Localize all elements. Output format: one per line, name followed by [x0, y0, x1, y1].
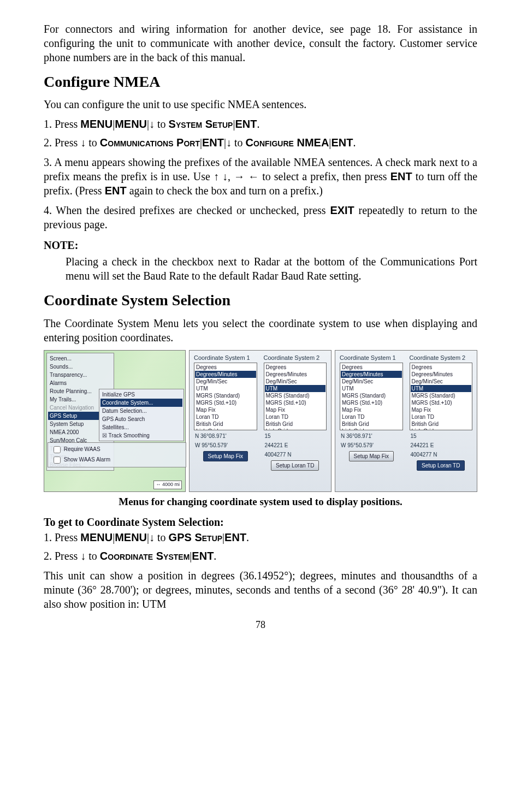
coord-sys-2-listbox[interactable]: Degrees Degrees/Minutes Deg/Min/Sec UTM … [410, 363, 473, 430]
show-waas-checkbox[interactable]: Show WAAS Alarm [51, 457, 110, 463]
list-item[interactable]: Degrees [265, 364, 326, 371]
list-item-selected[interactable]: UTM [411, 385, 472, 392]
list-item[interactable]: Loran TD [341, 413, 402, 420]
coord-n: N 36°08.971' [338, 431, 405, 441]
list-item[interactable]: British Grid [341, 420, 402, 428]
list-item[interactable]: British Grid [265, 420, 326, 428]
step2-ent: ENT [202, 137, 224, 149]
list-item[interactable]: MGRS (Standard) [411, 392, 472, 399]
note-body: Placing a check in the checkbox next to … [66, 254, 477, 283]
list-item[interactable]: Map Fix [411, 406, 472, 413]
list-item[interactable]: MGRS (Std.+10) [341, 399, 402, 406]
screenshot-coord-2: Coordinate System 1 Degrees Degrees/Minu… [335, 350, 477, 492]
list-item[interactable]: British Grid [411, 420, 472, 428]
arrow-down-icon: ↓ [226, 137, 232, 149]
list-item[interactable]: Degrees [341, 364, 402, 371]
step4-a: 4. When the desired prefixes are checked… [44, 204, 330, 216]
utm-e: 244221 E [262, 441, 329, 450]
step-1: 1. Press MENU|MENU|↓ to System Setup|ENT… [44, 117, 477, 131]
list-item[interactable]: Irish Grid [411, 428, 472, 430]
setup-loran-td-button[interactable]: Setup Loran TD [417, 460, 465, 471]
coord-w: W 95°50.579' [192, 441, 259, 450]
stepA-ent: ENT [224, 531, 246, 543]
list-item[interactable]: Deg/Min/Sec [341, 378, 402, 385]
step2-to: to [86, 137, 100, 149]
list-item[interactable]: Degrees [411, 364, 472, 371]
arrow-down-icon: ↓ [222, 170, 228, 182]
list-item[interactable]: Loran TD [411, 413, 472, 420]
coord-sys-2-title: Coordinate System 2 [407, 353, 475, 363]
list-item[interactable]: MGRS (Std.+10) [265, 399, 326, 406]
menu-item[interactable]: Transparency... [48, 371, 113, 379]
list-item[interactable]: Deg/Min/Sec [411, 378, 472, 385]
screenshot-row: Screen... Sounds... Transparency... Alar… [44, 350, 477, 492]
coord-w: W 95°50.579' [338, 441, 405, 450]
list-item[interactable]: Map Fix [265, 406, 326, 413]
list-item[interactable]: MGRS (Standard) [341, 392, 402, 399]
configure-desc: You can configure the unit to use specif… [44, 97, 477, 111]
coord-sys-1-listbox[interactable]: Degrees Degrees/Minutes Deg/Min/Sec UTM … [194, 363, 257, 430]
list-item[interactable]: UTM [195, 385, 256, 392]
coord-sys-1-listbox[interactable]: Degrees Degrees/Minutes Deg/Min/Sec UTM … [340, 363, 403, 430]
show-waas-label: Show WAAS Alarm [64, 457, 110, 463]
step-4: 4. When the desired prefixes are checked… [44, 203, 477, 232]
list-item-selected[interactable]: UTM [265, 385, 326, 392]
list-item-selected[interactable]: Degrees/Minutes [195, 371, 256, 378]
step1-menu1: MENU [80, 118, 113, 130]
step2-ent2: ENT [331, 137, 353, 149]
list-item-selected[interactable]: Degrees/Minutes [341, 371, 402, 378]
submenu-item-selected[interactable]: Coordinate System... [100, 399, 182, 407]
arrow-right-icon: → [234, 170, 245, 182]
coord-sys-2-listbox[interactable]: Degrees Degrees/Minutes Deg/Min/Sec UTM … [264, 363, 327, 430]
period: . [257, 118, 259, 130]
setup-map-fix-button[interactable]: Setup Map Fix [349, 451, 394, 461]
list-item[interactable]: MGRS (Std.+10) [195, 399, 256, 406]
heading-coordinate-system: Coordinate System Selection [44, 291, 477, 310]
list-item[interactable]: British Grid [195, 420, 256, 428]
arrow-left-icon: ← [248, 170, 259, 182]
stepA-menu1: MENU [80, 531, 113, 543]
submenu-list: Initialize GPS Coordinate System... Datu… [99, 389, 184, 441]
step-3: 3. A menu appears showing the prefixes o… [44, 155, 477, 198]
list-item[interactable]: Map Fix [341, 406, 402, 413]
list-item[interactable]: Irish Grid [341, 428, 402, 430]
step3-ent: ENT [390, 170, 412, 182]
menu-item[interactable]: Alarms [48, 379, 113, 387]
list-item[interactable]: Loran TD [265, 413, 326, 420]
step2-to2: to [232, 137, 246, 149]
menu-item[interactable]: Screen... [48, 354, 113, 363]
list-item[interactable]: MGRS (Standard) [265, 392, 326, 399]
list-item[interactable]: MGRS (Standard) [195, 392, 256, 399]
list-item[interactable]: MGRS (Std.+10) [411, 399, 472, 406]
page-number: 78 [44, 619, 477, 631]
list-item[interactable]: Map Fix [195, 406, 256, 413]
intro-paragraph: For connectors and wiring information fo… [44, 22, 477, 64]
submenu-item[interactable]: Initialize GPS [100, 390, 182, 399]
utm-zone: 15 [407, 431, 475, 441]
list-item[interactable]: Degrees [195, 364, 256, 371]
submenu-item[interactable]: Satellites... [100, 423, 182, 431]
coord-sys-1-title: Coordinate System 1 [338, 353, 405, 363]
list-item[interactable]: UTM [341, 385, 402, 392]
utm-n: 4004277 N [262, 450, 329, 459]
list-item[interactable]: Irish Grid [195, 428, 256, 430]
submenu-label: Track Smoothing [109, 432, 150, 438]
menu-item[interactable]: Sounds... [48, 363, 113, 371]
list-item[interactable]: Degrees/Minutes [265, 371, 326, 378]
step1-pre: 1. Press [44, 118, 80, 130]
list-item[interactable]: Deg/Min/Sec [195, 378, 256, 385]
submenu-item[interactable]: GPS Auto Search [100, 415, 182, 423]
setup-map-fix-button[interactable]: Setup Map Fix [203, 451, 248, 461]
require-waas-checkbox[interactable]: Require WAAS [51, 446, 100, 452]
submenu-item[interactable]: ☒ Track Smoothing [100, 431, 182, 440]
setup-loran-td-button[interactable]: Setup Loran TD [271, 460, 319, 471]
stepA-gps-setup: GPS Setup [169, 531, 222, 543]
coord-desc: The Coordinate System Menu lets you sele… [44, 316, 477, 345]
list-item[interactable]: Irish Grid [265, 428, 326, 430]
list-item[interactable]: Degrees/Minutes [411, 371, 472, 378]
list-item[interactable]: Loran TD [195, 413, 256, 420]
final-paragraph: This unit can show a position in degrees… [44, 568, 477, 611]
coord-sys-2-title: Coordinate System 2 [262, 353, 329, 363]
list-item[interactable]: Deg/Min/Sec [265, 378, 326, 385]
submenu-item[interactable]: Datum Selection... [100, 407, 182, 415]
